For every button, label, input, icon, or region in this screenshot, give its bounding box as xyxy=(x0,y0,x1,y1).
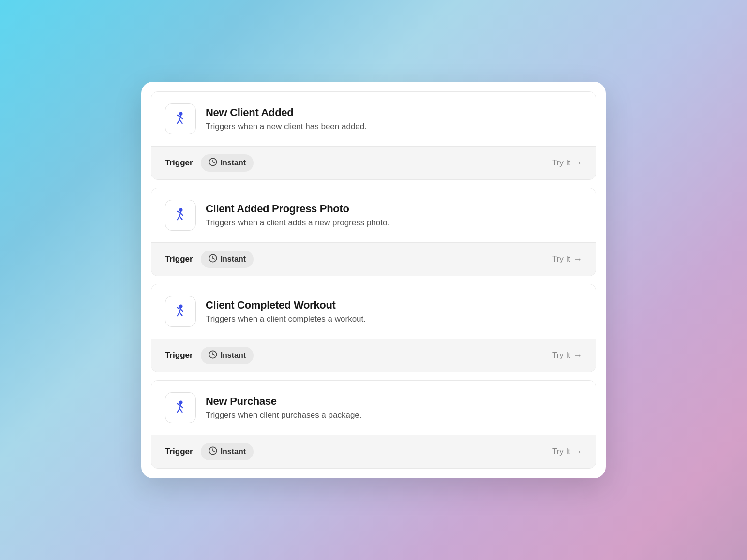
try-it-button-new-client-added[interactable]: Try It → xyxy=(552,156,582,170)
svg-line-23 xyxy=(179,312,182,316)
footer-left-client-completed-workout: Trigger Instant xyxy=(165,347,254,364)
trigger-label-client-completed-workout: Trigger xyxy=(165,351,193,360)
try-it-label-new-client-added: Try It xyxy=(552,158,570,168)
trigger-card-new-purchase: New Purchase Triggers when client purcha… xyxy=(151,380,596,469)
svg-line-4 xyxy=(178,120,180,123)
trigger-label-new-client-added: Trigger xyxy=(165,158,193,168)
arrow-icon-new-purchase: → xyxy=(573,447,582,457)
card-header-new-client-added: New Client Added Triggers when a new cli… xyxy=(151,92,596,146)
card-title-client-added-progress-photo: Client Added Progress Photo xyxy=(206,203,389,215)
svg-line-21 xyxy=(180,309,183,312)
clock-icon-new-client-added xyxy=(209,158,217,168)
svg-line-8 xyxy=(213,162,214,163)
instant-badge-client-completed-workout: Instant xyxy=(201,347,254,364)
arrow-icon-client-completed-workout: → xyxy=(573,351,582,361)
trigger-card-client-added-progress-photo: Client Added Progress Photo Triggers whe… xyxy=(151,188,596,276)
app-icon-client-added-progress-photo xyxy=(165,200,196,231)
svg-line-12 xyxy=(180,213,183,216)
svg-line-3 xyxy=(180,117,183,119)
card-text-client-added-progress-photo: Client Added Progress Photo Triggers whe… xyxy=(206,203,389,228)
app-icon-new-purchase xyxy=(165,392,196,423)
card-text-new-purchase: New Purchase Triggers when client purcha… xyxy=(206,395,362,420)
arrow-icon-new-client-added: → xyxy=(573,158,582,168)
clock-icon-client-completed-workout xyxy=(209,350,217,361)
svg-line-13 xyxy=(178,216,180,220)
clock-icon-client-added-progress-photo xyxy=(209,254,217,265)
trigger-label-new-purchase: Trigger xyxy=(165,447,193,457)
main-container: New Client Added Triggers when a new cli… xyxy=(141,82,606,478)
card-description-client-added-progress-photo: Triggers when a client adds a new progre… xyxy=(206,218,389,228)
clock-icon-new-purchase xyxy=(209,446,217,457)
instant-badge-client-added-progress-photo: Instant xyxy=(201,251,254,268)
svg-line-22 xyxy=(178,312,180,316)
instant-text-client-added-progress-photo: Instant xyxy=(221,255,246,264)
svg-line-30 xyxy=(180,406,183,408)
trigger-card-client-completed-workout: Client Completed Workout Triggers when a… xyxy=(151,284,596,372)
svg-line-35 xyxy=(213,451,214,452)
card-title-client-completed-workout: Client Completed Workout xyxy=(206,299,366,311)
card-title-new-purchase: New Purchase xyxy=(206,395,362,408)
card-title-new-client-added: New Client Added xyxy=(206,106,367,119)
card-footer-new-purchase: Trigger Instant Try It → xyxy=(151,435,596,468)
try-it-button-client-added-progress-photo[interactable]: Try It → xyxy=(552,252,582,266)
svg-line-26 xyxy=(213,354,214,355)
footer-left-new-client-added: Trigger Instant xyxy=(165,154,254,172)
instant-badge-new-client-added: Instant xyxy=(201,154,254,172)
trigger-label-client-added-progress-photo: Trigger xyxy=(165,254,193,264)
instant-text-client-completed-workout: Instant xyxy=(221,351,246,360)
instant-text-new-client-added: Instant xyxy=(221,159,246,167)
app-icon-client-completed-workout xyxy=(165,296,196,327)
card-header-client-added-progress-photo: Client Added Progress Photo Triggers whe… xyxy=(151,188,596,242)
try-it-label-new-purchase: Try It xyxy=(552,447,570,457)
card-header-new-purchase: New Purchase Triggers when client purcha… xyxy=(151,381,596,435)
try-it-label-client-completed-workout: Try It xyxy=(552,351,570,360)
card-footer-client-added-progress-photo: Trigger Instant Try It → xyxy=(151,242,596,276)
svg-line-31 xyxy=(178,409,180,412)
svg-line-5 xyxy=(179,120,182,123)
card-text-new-client-added: New Client Added Triggers when a new cli… xyxy=(206,106,367,132)
try-it-button-new-purchase[interactable]: Try It → xyxy=(552,445,582,459)
card-description-client-completed-workout: Triggers when a client completes a worko… xyxy=(206,314,366,324)
card-header-client-completed-workout: Client Completed Workout Triggers when a… xyxy=(151,284,596,339)
app-icon-new-client-added xyxy=(165,103,196,134)
try-it-label-client-added-progress-photo: Try It xyxy=(552,254,570,264)
try-it-button-client-completed-workout[interactable]: Try It → xyxy=(552,349,582,363)
svg-line-14 xyxy=(179,216,182,220)
card-footer-client-completed-workout: Trigger Instant Try It → xyxy=(151,339,596,372)
footer-left-client-added-progress-photo: Trigger Instant xyxy=(165,251,254,268)
card-footer-new-client-added: Trigger Instant Try It → xyxy=(151,146,596,179)
card-description-new-purchase: Triggers when client purchases a package… xyxy=(206,411,362,420)
instant-text-new-purchase: Instant xyxy=(221,447,246,456)
footer-left-new-purchase: Trigger Instant xyxy=(165,443,254,460)
svg-line-17 xyxy=(213,258,214,259)
svg-line-32 xyxy=(179,409,182,412)
arrow-icon-client-added-progress-photo: → xyxy=(573,254,582,265)
card-list: New Client Added Triggers when a new cli… xyxy=(141,82,606,478)
instant-badge-new-purchase: Instant xyxy=(201,443,254,460)
card-description-new-client-added: Triggers when a new client has been adde… xyxy=(206,122,367,132)
card-text-client-completed-workout: Client Completed Workout Triggers when a… xyxy=(206,299,366,324)
trigger-card-new-client-added: New Client Added Triggers when a new cli… xyxy=(151,91,596,180)
